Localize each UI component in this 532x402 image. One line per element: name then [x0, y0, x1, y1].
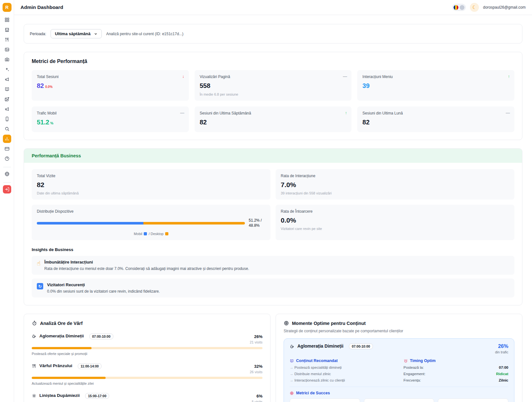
alarm-clock-icon [404, 359, 408, 363]
camera-icon [4, 57, 10, 62]
sidebar-item-images[interactable] [3, 45, 11, 54]
sidebar-item-campaigns[interactable] [3, 105, 11, 113]
sidebar-item-billing[interactable] [3, 145, 11, 153]
stopwatch-icon [32, 320, 37, 326]
app-logo: R [3, 3, 12, 12]
metric-value: 51.2 [37, 119, 49, 126]
business-section-title: Performanță Business [32, 153, 514, 158]
sidebar-item-dashboard[interactable] [3, 16, 11, 24]
success-metric: +31%Conversii [438, 398, 508, 402]
metric-sessions-month: Sesiuni din Ultima Lună 82 — [357, 106, 514, 132]
peak-row-lunch: Vârful Prânzului 11:00-14:00 32%26 visit… [32, 363, 262, 385]
peak-row-afternoon: Liniștea Dupămiezii 15:00-17:00 6%5 visi… [32, 393, 262, 402]
sidebar-item-restaurant[interactable] [3, 35, 11, 44]
sidebar-divider [3, 182, 11, 183]
sidebar-item-analytics[interactable] [3, 135, 11, 143]
performance-metrics-section: Metrici de Performanță Total Sesiuni 820… [24, 52, 522, 140]
sidebar: R [0, 0, 14, 402]
restaurant-icon [4, 37, 10, 42]
metric-menu-interactions: Interacțiuni Meniu 39 ↑ [357, 70, 514, 101]
main-content: Perioada: Ultima săptămână Analiză pentr… [14, 15, 532, 402]
language-toggle[interactable] [452, 4, 466, 11]
sidebar-item-mobile[interactable] [3, 115, 11, 123]
insight-returning-visitors: ↻ Vizitatori Recurenți 0.0% din sesiuni … [32, 279, 514, 297]
menu-book-icon [4, 87, 10, 92]
content-item: Distribuie meniul zilnic [290, 372, 395, 376]
period-note: Analiză pentru site-ul curent (ID: e151c… [106, 32, 183, 36]
optimal-subtitle: Strategii de conținut personalizate baza… [284, 329, 514, 333]
romanian-flag-icon [454, 5, 458, 10]
image-add-icon [4, 97, 10, 102]
campaign-megaphone-icon [4, 106, 10, 112]
megaphone-icon [4, 77, 10, 82]
trend-flat-icon: — [180, 110, 184, 115]
business-interaction-rate: Rata de Interacțiune 7.0% 39 interacțiun… [276, 169, 514, 200]
target-icon [290, 391, 294, 395]
period-select-value: Ultima săptămână [55, 31, 90, 36]
analytics-chart-icon [4, 136, 10, 141]
sidebar-item-language[interactable] [3, 170, 11, 178]
sidebar-item-menu-book[interactable] [3, 85, 11, 93]
return-rate-value: 0.0% [281, 217, 509, 224]
content-item: Postează specialități dimineți [290, 366, 395, 369]
metric-unit: % [50, 121, 53, 125]
metrics-section-title: Metrici de Performanță [32, 59, 514, 64]
metric-value: 558 [200, 82, 347, 90]
user-email: dorospaul26@gmail.com [483, 5, 526, 10]
sidebar-item-media-add[interactable] [3, 95, 11, 103]
target-icon [284, 320, 289, 326]
optimal-card-morning: Aglomerația Dimineții 07:00-10:00 26%din… [284, 338, 514, 402]
success-metric: +52%Engagement [364, 398, 434, 402]
metric-page-views: Vizualizări Pagină 558 În medie 6.8 per … [195, 70, 352, 101]
credit-card-icon [4, 146, 10, 151]
optimal-title: Momente Optime pentru Conținut [292, 321, 366, 326]
metric-sub: În medie 6.8 per sesiune [200, 92, 347, 96]
dark-mode-button[interactable]: ☾ [470, 3, 479, 12]
peak-hours-panel: Analiză Ore de Vârf Aglomerația Dimineți… [24, 314, 270, 402]
period-select[interactable]: Ultima săptămână [51, 29, 101, 38]
device-mobile-segment [37, 222, 143, 225]
logout-icon [4, 187, 10, 192]
dashboard-icon [4, 17, 10, 22]
metric-value: 39 [362, 82, 509, 90]
progress-bar [32, 377, 106, 379]
sidebar-item-announcements[interactable] [3, 75, 11, 83]
top-bar: Admin Dashboard ☾ dorospaul26@gmail.com [14, 0, 532, 15]
progress-bar [32, 347, 92, 349]
moon-icon: ☾ [472, 4, 476, 10]
trend-flat-icon: — [343, 74, 347, 79]
business-return-rate: Rata de Întoarcere 0.0% Vizitatori care … [276, 205, 514, 240]
success-metric: +39%Vizite [290, 398, 360, 402]
sidebar-divider [3, 167, 11, 167]
image-icon [4, 47, 10, 52]
business-performance-section: Performanță Business Total Vizite 82 Dat… [24, 148, 522, 305]
metric-total-sessions: Total Sesiuni 820.0% ↓ [32, 70, 189, 101]
total-visits-value: 82 [37, 181, 265, 189]
time-badge: 11:00-14:00 [78, 363, 102, 369]
business-header-band: Performanță Business [24, 149, 522, 163]
refresh-icon: ↻ [37, 283, 43, 289]
metric-value: 82 [200, 119, 347, 126]
sidebar-item-search[interactable] [3, 125, 11, 133]
trend-up-icon: ↑ [345, 110, 347, 115]
sidebar-item-help[interactable] [3, 154, 11, 163]
time-badge: 15:00-17:00 [85, 393, 109, 399]
pointing-finger-icon: ☝ [37, 260, 41, 266]
sidebar-item-ai[interactable] [3, 65, 11, 74]
logout-button[interactable] [3, 185, 11, 193]
sidebar-item-store[interactable] [3, 26, 11, 34]
trend-down-icon: ↓ [182, 74, 184, 79]
toggle-knob [460, 5, 464, 10]
optimal-moments-panel: Momente Optime pentru Conținut Strategii… [276, 314, 522, 402]
coffee-icon [32, 334, 36, 339]
device-split-label: 51.2% / 48.8% [249, 218, 265, 228]
sparkles-icon [4, 67, 10, 72]
sidebar-item-camera[interactable] [3, 55, 11, 64]
device-split-bar [37, 222, 245, 225]
time-badge: 07:00-10:00 [349, 343, 373, 349]
search-icon [4, 126, 10, 131]
device-legend: Mobil / Desktop [37, 232, 265, 236]
time-badge: 07:00-10:00 [89, 334, 113, 339]
chevron-down-icon [94, 32, 98, 36]
insight-interaction-improvement: ☝ Îmbunătățire Interacțiuni Rata de inte… [32, 256, 514, 275]
